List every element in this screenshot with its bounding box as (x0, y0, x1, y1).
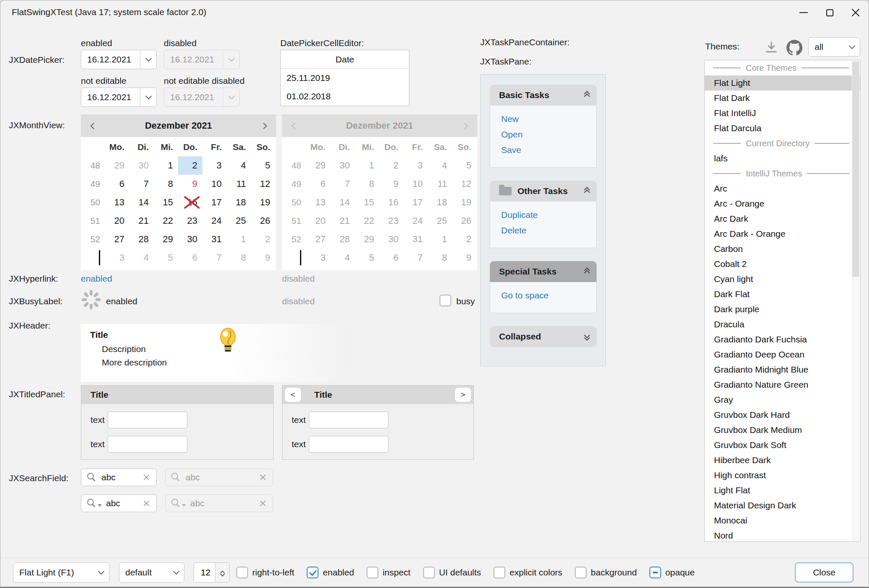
day-cell[interactable]: 18 (227, 193, 251, 212)
day-cell[interactable]: 17 (202, 193, 227, 212)
text-input[interactable] (309, 412, 388, 428)
day-cell[interactable]: 28 (129, 230, 154, 249)
day-cell[interactable]: 14 (129, 193, 154, 212)
theme-list-item[interactable]: lafs (705, 151, 860, 166)
taskpane-group-header[interactable]: Special Tasks (490, 261, 597, 282)
taskpane-action-link[interactable]: Open (501, 130, 596, 140)
clear-icon[interactable] (142, 499, 151, 508)
theme-combo[interactable]: Flat Light (F1) (13, 562, 109, 583)
explicit-colors-checkbox[interactable] (494, 567, 505, 578)
theme-list-item[interactable]: Gradianto Dark Fuchsia (705, 332, 860, 347)
day-cell[interactable]: 8 (154, 175, 178, 193)
day-cell[interactable]: 4 (227, 156, 251, 175)
chevron-double-up-icon[interactable] (585, 269, 589, 274)
font-combo[interactable]: default (119, 562, 184, 583)
day-cell[interactable]: 19 (251, 193, 275, 212)
titledpanel-left-button[interactable]: < (285, 388, 301, 402)
theme-list-item[interactable]: Gruvbox Dark Soft (705, 438, 860, 453)
ui-defaults-checkbox[interactable] (423, 567, 435, 578)
opaque-checkbox[interactable] (649, 567, 661, 578)
themes-filter-combo[interactable]: all (808, 37, 860, 57)
theme-list-item[interactable]: Arc Dark (705, 211, 860, 226)
scrollbar-thumb[interactable] (852, 62, 859, 277)
taskpane-group-header[interactable]: Collapsed (490, 326, 597, 347)
day-cell[interactable]: 9 (178, 175, 202, 193)
day-cell[interactable]: 7 (202, 249, 227, 267)
table-header-date[interactable]: Date (281, 50, 409, 69)
theme-list-item[interactable]: Flat Dark (705, 91, 860, 106)
day-cell[interactable]: 20 (105, 212, 129, 230)
close-window-button[interactable] (843, 3, 869, 22)
clear-icon[interactable] (142, 473, 151, 482)
theme-list-item[interactable]: Gradianto Deep Ocean (705, 347, 860, 362)
theme-list-item[interactable]: Carbon (705, 241, 860, 256)
text-input[interactable] (108, 412, 187, 428)
day-cell[interactable]: 1 (154, 156, 178, 175)
chevron-double-down-icon[interactable] (585, 334, 589, 339)
day-cell[interactable]: 15 (154, 193, 178, 212)
font-size-spinner[interactable]: 12 (194, 562, 230, 583)
datepicker-enabled[interactable]: 16.12.2021 (81, 50, 157, 69)
day-cell[interactable]: 10 (202, 175, 227, 193)
day-cell[interactable]: 26 (251, 212, 275, 230)
day-cell[interactable]: 30 (129, 156, 154, 175)
day-cell[interactable]: 25 (227, 212, 251, 230)
theme-list-item[interactable]: Monocai (705, 513, 860, 528)
theme-list-item[interactable]: Dracula (705, 317, 860, 332)
chevron-double-up-icon[interactable] (585, 93, 589, 98)
theme-list-item[interactable]: Dark Flat (705, 287, 860, 302)
day-cell[interactable]: 21 (129, 212, 154, 230)
busy-checkbox[interactable] (440, 295, 451, 306)
day-cell[interactable]: 24 (202, 212, 227, 230)
text-input[interactable] (108, 436, 187, 453)
day-cell[interactable]: 22 (154, 212, 178, 230)
day-cell[interactable]: 29 (154, 230, 178, 249)
theme-list-item[interactable]: Flat Light (705, 75, 860, 91)
inspect-checkbox[interactable] (367, 567, 378, 578)
right-to-left-checkbox[interactable] (236, 567, 248, 578)
theme-list-item[interactable]: Light Flat (705, 483, 860, 498)
theme-list-item[interactable]: Arc (705, 181, 860, 196)
theme-list-item[interactable]: Nord (705, 528, 860, 542)
day-cell[interactable]: 6 (178, 249, 202, 267)
hyperlink-enabled[interactable]: enabled (81, 274, 112, 284)
taskpane-action-link[interactable]: Delete (501, 225, 596, 236)
theme-list-item[interactable]: Arc Dark - Orange (705, 226, 860, 241)
theme-list-item[interactable]: Gruvbox Dark Medium (705, 422, 860, 438)
day-cell[interactable]: 4 (129, 249, 154, 267)
day-cell[interactable]: 6 (105, 175, 129, 193)
taskpane-action-link[interactable]: Save (501, 145, 596, 156)
day-cell[interactable]: 3 (202, 156, 227, 175)
titledpanel-right-button[interactable]: > (455, 388, 471, 402)
day-cell[interactable]: 9 (251, 249, 275, 267)
theme-list-item[interactable]: Gradianto Nature Green (705, 377, 860, 392)
searchfield-with-menu-enabled[interactable]: abc (81, 495, 157, 512)
day-cell[interactable]: 16 (178, 193, 202, 212)
next-month-button[interactable] (251, 124, 276, 128)
taskpane-group-header[interactable]: Basic Tasks (490, 85, 597, 106)
day-cell[interactable]: 30 (178, 230, 202, 249)
chevron-double-up-icon[interactable] (585, 189, 589, 194)
theme-list-item[interactable]: Gradianto Midnight Blue (705, 362, 860, 377)
searchfield-enabled[interactable]: abc (81, 469, 157, 486)
day-cell[interactable]: 2 (251, 230, 275, 249)
maximize-button[interactable] (817, 3, 843, 22)
theme-list-item[interactable]: High contrast (705, 468, 860, 483)
day-cell[interactable]: 29 (105, 156, 129, 175)
day-cell[interactable]: 2 (178, 156, 202, 175)
taskpane-action-link[interactable]: Duplicate (501, 210, 596, 221)
theme-list-item[interactable]: Dark purple (705, 302, 860, 317)
day-cell[interactable]: 23 (178, 212, 202, 230)
theme-list-item[interactable]: Flat IntelliJ (705, 106, 860, 121)
theme-list-item[interactable]: Flat Darcula (705, 121, 860, 136)
taskpane-action-link[interactable]: New (501, 114, 596, 125)
taskpane-group-header[interactable]: Other Tasks (490, 181, 597, 202)
close-button[interactable]: Close (795, 562, 853, 583)
day-cell[interactable]: 5 (251, 156, 275, 175)
day-cell[interactable]: 27 (105, 230, 129, 249)
theme-list-item[interactable]: Cyan light (705, 272, 860, 287)
minimize-button[interactable] (791, 3, 817, 22)
datepicker-not-editable[interactable]: 16.12.2021 (81, 88, 157, 107)
caret-down-icon[interactable] (98, 504, 102, 507)
day-cell[interactable]: 1 (227, 230, 251, 249)
